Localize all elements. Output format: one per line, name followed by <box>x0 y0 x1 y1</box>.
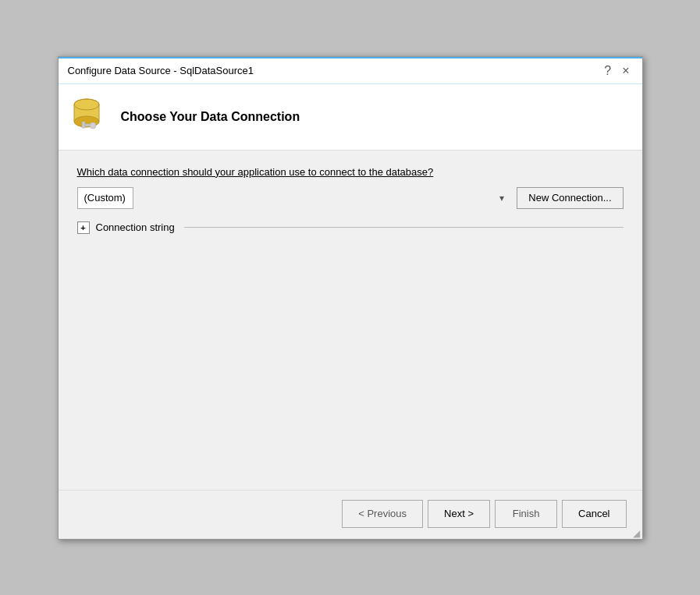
close-button[interactable]: × <box>619 65 632 77</box>
empty-space <box>77 240 624 474</box>
dialog-title: Configure Data Source - SqlDataSource1 <box>68 65 254 76</box>
header-title: Choose Your Data Connection <box>121 110 300 124</box>
help-button[interactable]: ? <box>601 65 614 77</box>
next-button[interactable]: Next > <box>428 500 490 528</box>
new-connection-button[interactable]: New Connection... <box>517 187 623 209</box>
previous-button[interactable]: < Previous <box>342 500 423 528</box>
connection-row: (Custom) New Connection... <box>77 187 624 209</box>
connection-string-label: Connection string <box>96 221 175 233</box>
svg-rect-6 <box>82 122 85 128</box>
question-label: Which data connection should your applic… <box>77 166 624 178</box>
header-section: Choose Your Data Connection <box>59 84 642 151</box>
content-section: Which data connection should your applic… <box>59 151 642 490</box>
finish-button[interactable]: Finish <box>495 500 557 528</box>
divider-line <box>184 227 624 228</box>
svg-point-8 <box>90 122 96 129</box>
resize-handle[interactable]: ◢ <box>633 529 640 538</box>
cancel-button[interactable]: Cancel <box>562 500 626 528</box>
connection-select-wrapper: (Custom) <box>77 187 511 209</box>
expand-button[interactable]: + <box>77 221 90 234</box>
database-icon <box>71 97 108 137</box>
footer-section: < Previous Next > Finish Cancel <box>59 490 642 539</box>
connection-string-row: + Connection string <box>77 221 624 234</box>
connection-dropdown[interactable]: (Custom) <box>77 187 133 209</box>
title-bar: Configure Data Source - SqlDataSource1 ?… <box>59 57 642 84</box>
